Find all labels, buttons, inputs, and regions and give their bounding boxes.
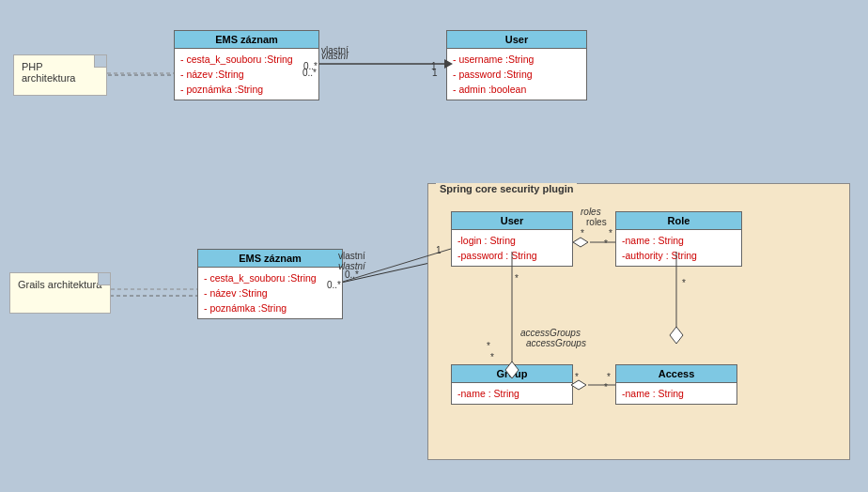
access-field-1: -name : String [622, 386, 731, 401]
mult-star-1: * [575, 238, 579, 249]
ems-class-top-body: - cesta_k_souboru :String - název :Strin… [175, 49, 318, 100]
mult-star-access-left: * [604, 382, 608, 392]
user-class-top-title: User [447, 31, 586, 49]
bottom-field-2: - název :String [204, 285, 336, 300]
plugin-label: Spring core security plugin [436, 183, 577, 194]
ems-class-bottom: EMS záznam - cesta_k_souboru :String - n… [197, 249, 343, 319]
access-class-body: -name : String [616, 383, 736, 404]
user-class-top: User - username :String - password :Stri… [446, 30, 587, 100]
role-class: Role -name : String -authority : String [615, 211, 742, 267]
grails-note-text: Grails architektura [10, 273, 110, 296]
field-2: - název :String [180, 67, 313, 82]
role-class-body: -name : String -authority : String [616, 230, 741, 266]
user-class-bottom-title: User [452, 212, 572, 230]
group-class-body: -name : String [452, 383, 572, 404]
bottom-field-3: - poznámka :String [204, 300, 336, 315]
access-class: Access -name : String [615, 364, 737, 405]
user2-field-2: -password : String [457, 248, 566, 263]
grails-note: Grails architektura [9, 272, 111, 314]
bottom-field-1: - cesta_k_souboru :String [204, 270, 336, 285]
ems-class-bottom-title: EMS záznam [198, 250, 342, 268]
user-field-1: - username :String [453, 52, 581, 67]
mult-0star-bottom: 0..* [327, 280, 341, 290]
php-note-text: PHP architektura [14, 55, 106, 89]
field-3: - poznámka :String [180, 82, 313, 97]
ems-class-bottom-body: - cesta_k_souboru :String - název :Strin… [198, 268, 342, 318]
field-1: - cesta_k_souboru :String [180, 52, 313, 67]
user2-field-1: -login : String [457, 233, 566, 248]
role-field-1: -name : String [622, 233, 736, 248]
user-class-bottom-body: -login : String -password : String [452, 230, 572, 266]
role-field-2: -authority : String [622, 248, 736, 263]
group-field-1: -name : String [457, 386, 566, 401]
ems-class-top: EMS záznam - cesta_k_souboru :String - n… [174, 30, 319, 100]
mult-star-group-right: * [575, 382, 579, 392]
access-class-title: Access [616, 365, 736, 383]
ems-class-top-title: EMS záznam [175, 31, 318, 49]
assoc-vlastni-bottom: vlastní [338, 261, 365, 271]
php-note: PHP architektura [13, 54, 107, 96]
mult-star-2: * [604, 238, 608, 249]
group-class: Group -name : String [451, 364, 573, 405]
role-class-title: Role [616, 212, 741, 230]
roles-label: roles [581, 207, 601, 217]
group-class-title: Group [452, 365, 572, 383]
assoc-vlastni-top: vlastní [321, 51, 349, 61]
user-class-top-body: - username :String - password :String - … [447, 49, 586, 100]
mult-1-top: 1 [432, 68, 438, 78]
user-field-2: - password :String [453, 67, 581, 82]
mult-0star-top: 0..* [302, 68, 317, 78]
user-class-bottom: User -login : String -password : String [451, 211, 573, 267]
mult-star-group-top: * [490, 352, 494, 362]
user-field-3: - admin :boolean [453, 82, 581, 97]
access-groups-label: accessGroups [526, 338, 586, 348]
